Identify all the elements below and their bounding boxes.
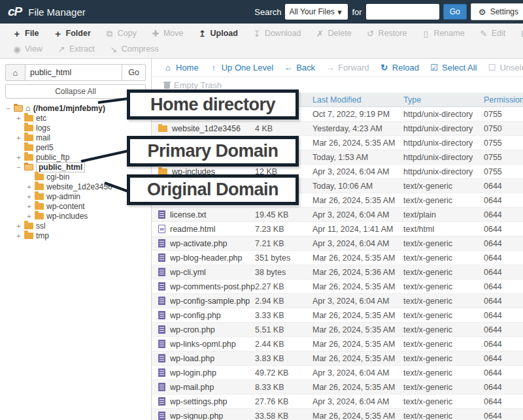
nav-button[interactable]: Back [278,63,320,73]
nav-button[interactable]: Home [158,63,204,73]
file-name: wp-login.php [170,368,216,378]
nav-button[interactable]: Select All [424,63,482,73]
tree-item[interactable]: − ⌂ (/home1/mjnfebmy) [5,103,146,113]
tree-toggle[interactable]: + [16,114,22,122]
toolbar-button[interactable]: Extract [50,44,102,54]
file-name-cell: wp-links-opml.php [152,340,255,349]
toolbar-button[interactable]: Folder [46,29,98,39]
file-row[interactable]: Mar 26, 2024, 5:35 AM text/x-generic 064… [152,193,523,208]
tree-toggle[interactable]: + [26,202,32,210]
file-row[interactable]: website_1d2e3456 4 KB Yesterday, 4:23 AM… [152,121,523,136]
tree-item-label: website_1d2e3456 [46,182,112,191]
tree-item[interactable]: + ⌂ mail [5,133,146,142]
tree-toggle[interactable]: + [26,212,32,220]
file-name: wp-cli.yml [170,268,206,277]
file-row[interactable]: readme.html 7.23 KB Apr 11, 2024, 1:41 A… [152,222,523,236]
tree-toggle[interactable]: − [16,163,22,171]
search-go-button[interactable]: Go [443,4,467,20]
toolbar-button[interactable]: Rename [414,29,471,38]
file-row[interactable]: wp-links-opml.php 2.44 KB Mar 26, 2024, … [152,337,523,351]
tree-item[interactable]: ⌂ perl5 [5,142,146,152]
file-type: text/x-generic [403,297,484,306]
toolbar-button[interactable]: Download [245,29,309,38]
tree-toggle[interactable]: + [16,134,22,142]
tree-toggle[interactable]: + [16,153,22,161]
toolbar-button[interactable]: Copy [98,29,144,38]
toolbar-button[interactable]: View [5,44,50,54]
settings-button[interactable]: Settings [471,3,523,20]
home-directory-button[interactable] [6,65,25,80]
toolbar-button[interactable]: Restore [359,29,414,38]
toolbar-button[interactable]: Edit [472,29,513,38]
toolbar-button[interactable]: Move [144,29,191,38]
toolbar-row-1: File Folder Copy Move Upload [5,25,523,41]
file-row[interactable]: wp-cron.php 5.51 KB Mar 26, 2024, 5:35 A… [152,323,523,337]
toolbar-button[interactable]: HTML Editor [513,29,523,38]
path-input[interactable] [25,65,122,80]
search-input[interactable] [366,4,439,20]
file-row[interactable]: license.txt 19.45 KB Apr 3, 2024, 6:04 A… [152,208,523,222]
tree-item[interactable]: + ⌂ public_ftp [5,152,146,162]
file-row[interactable]: wp-includes 12 KB Apr 3, 2024, 6:04 AM h… [152,165,523,179]
file-row[interactable]: Today, 1:53 AM httpd/unix-directory 0755 [152,150,523,165]
tree-toggle[interactable]: + [16,232,22,240]
toolbar-button[interactable]: Delete [308,29,358,38]
file-row[interactable]: Mar 26, 2024, 5:35 AM httpd/unix-directo… [152,136,523,150]
tree-item[interactable]: + ⌂ tmp [5,231,146,240]
tree-item[interactable]: + ⌂ ssl [5,221,146,231]
file-row[interactable]: wp-login.php 49.72 KB Apr 3, 2024, 6:04 … [152,366,523,380]
file-row[interactable]: wp-settings.php 27.76 KB Apr 3, 2024, 6:… [152,395,523,409]
search-scope-select[interactable]: All Your Files [285,4,348,20]
file-table-body: Oct 7, 2022, 9:19 PM httpd/unix-director… [152,107,523,420]
toolbar-button[interactable]: Upload [191,29,245,38]
file-name-cell: wp-includes [152,167,255,176]
file-row[interactable]: wp-activate.php 7.21 KB Apr 3, 2024, 6:0… [152,236,523,251]
file-name-cell [152,197,255,204]
column-header-permissions[interactable]: Permissions [484,95,523,105]
toolbar-button[interactable]: File [5,29,46,39]
file-row[interactable]: wp-config-sample.php 2.94 KB Apr 3, 2024… [152,294,523,308]
tree-toggle[interactable]: + [16,222,22,230]
tree-toggle[interactable]: − [5,105,11,112]
nav-button[interactable]: Reload [375,63,424,73]
tree-item[interactable]: + ⌂ wp-includes [5,211,146,221]
tree-item-label: tmp [36,231,49,240]
file-row[interactable]: wp-load.php 3.83 KB Mar 26, 2024, 5:35 A… [152,351,523,366]
nav-button[interactable]: Up One Level [204,63,279,73]
folder-icon [35,184,44,190]
file-row[interactable]: Today, 10:06 AM text/x-generic 0644 [152,179,523,193]
nav-button[interactable]: Empty Trash [158,80,227,90]
nav-button[interactable]: Forward [320,63,375,73]
tree-item[interactable]: + ⌂ wp-admin [5,191,146,201]
tree-item-label: wp-includes [46,212,88,221]
tree-item[interactable]: − ⌂ public_html [5,162,146,172]
file-name: wp-activate.php [170,239,228,248]
toolbar-button[interactable]: Compress [102,44,166,54]
path-go-button[interactable]: Go [122,65,145,80]
tree-item[interactable]: ⌂ cgi-bin [5,172,146,182]
file-row[interactable]: wp-config.php 3.33 KB Mar 26, 2024, 5:35… [152,308,523,323]
file-row[interactable]: Oct 7, 2022, 9:19 PM httpd/unix-director… [152,107,523,121]
file-row[interactable]: wp-blog-header.php 351 bytes Mar 26, 202… [152,251,523,265]
tree-item[interactable]: ⌂ logs [5,123,146,133]
plus-icon [12,29,22,39]
file-name-cell: wp-settings.php [152,397,255,406]
tree-item[interactable]: + ⌂ wp-content [5,201,146,211]
tree-toggle[interactable]: + [26,183,32,191]
tree-item[interactable]: + ⌂ etc [5,113,146,123]
tree-item[interactable]: + ⌂ website_1d2e3456 [5,182,146,191]
file-list-panel: Home Up One Level Back Forward [152,59,523,420]
nav-button[interactable]: Unselect All [482,63,523,73]
file-name-cell [152,183,255,189]
file-name-cell: wp-cli.yml [152,268,255,277]
file-size: 2.27 KB [255,282,312,291]
file-row[interactable]: wp-signup.php 33.58 KB Mar 26, 2024, 5:3… [152,409,523,420]
file-manager-app: { "header": { "logo_text": "cP", "app_ti… [0,0,523,420]
collapse-all-button[interactable]: Collapse All [5,84,146,99]
file-row[interactable]: wp-cli.yml 38 bytes Mar 26, 2024, 5:36 A… [152,265,523,280]
column-header-last-modified[interactable]: Last Modified [312,95,403,105]
tree-toggle[interactable]: + [26,193,32,201]
file-row[interactable]: wp-mail.php 8.33 KB Mar 26, 2024, 5:35 A… [152,380,523,395]
file-row[interactable]: wp-comments-post.php 2.27 KB Mar 26, 202… [152,280,523,294]
column-header-type[interactable]: Type [403,95,484,105]
